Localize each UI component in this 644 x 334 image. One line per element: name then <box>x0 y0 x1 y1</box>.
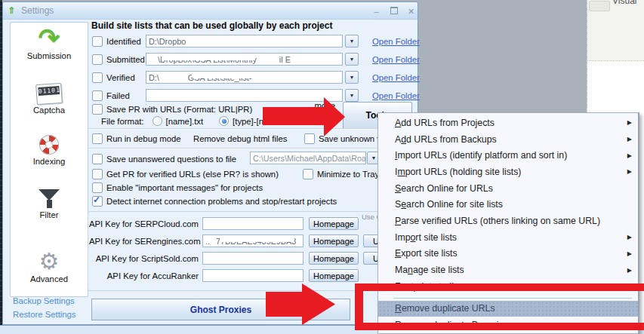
annotation-arrow-menu-body <box>266 292 304 317</box>
file-format-label: File format: <box>101 117 144 126</box>
api-value: 77BDEAE9435E9BA3 <box>216 237 296 246</box>
submitted-dropdown-button[interactable]: ▼ <box>345 53 359 66</box>
getpr-checkbox[interactable] <box>92 169 103 179</box>
sidebar-item-advanced[interactable]: ⚙ Advanced <box>11 249 88 283</box>
getpr-label: Get PR for verified URLs (else PR? is sh… <box>106 170 279 179</box>
open-folder-link-identified[interactable]: Open Folder <box>372 37 420 46</box>
path-fragment: il E <box>279 55 291 64</box>
enable-messages-row: Enable "important messages" for projects <box>92 182 263 193</box>
api-label-serengines: API Key for SERengines.com <box>89 237 199 246</box>
menu-item-label: Import URLs (identify platform and sort … <box>395 150 567 161</box>
submission-arrow-icon: ↷ <box>39 26 60 49</box>
submenu-arrow-icon: ▶ <box>627 234 632 241</box>
verified-dropdown-button[interactable]: ▼ <box>345 71 359 84</box>
site-list-row-submitted: Submitted <box>92 53 145 66</box>
submitted-label: Submitted <box>106 55 145 64</box>
path-fragment: D:\ <box>149 73 159 82</box>
menu-item-import-urls-identify-platform-and-sort-in[interactable]: Import URLs (identify platform and sort … <box>378 147 638 164</box>
remove-debug-files-label[interactable]: Remove debug html files <box>193 134 287 143</box>
identified-checkbox[interactable] <box>92 36 103 47</box>
submenu-arrow-icon: ▶ <box>627 250 632 257</box>
path-fragment: \DropBox\GSA List\Monthly <box>158 55 257 64</box>
submitted-path-field[interactable]: \DropBox\GSA List\Monthly il E <box>146 53 343 66</box>
file-format-radio-name[interactable] <box>153 116 162 126</box>
menu-item-label: Remove duplicate URLs <box>395 303 495 314</box>
verified-label: Verified <box>106 73 135 82</box>
api-field-serengines[interactable]: .. 77BDEAE9435E9BA3 <box>202 234 304 247</box>
api-field-accuranker[interactable] <box>202 269 304 282</box>
menu-item-parse-verified-urls-others-linking-on-same-url[interactable]: Parse verified URLs (others linking on s… <box>378 213 638 229</box>
background-panel-header: Visual <box>587 0 644 61</box>
file-format-radio-type-name[interactable] <box>219 116 229 126</box>
api-field-scriptsold[interactable] <box>202 252 304 265</box>
enable-messages-checkbox[interactable] <box>92 182 103 193</box>
section-heading: Build site lists that can be used global… <box>91 20 332 31</box>
homepage-button-serengines[interactable]: Homepage <box>309 234 359 247</box>
menu-item-label: Add URLs from Backups <box>395 134 497 145</box>
sidebar-item-filter[interactable]: Filter <box>11 186 88 219</box>
getpr-row: Get PR for verified URLs (else PR? is sh… <box>92 168 279 179</box>
failed-path-field[interactable] <box>146 89 343 102</box>
save-pr-checkbox[interactable] <box>92 104 103 115</box>
sidebar-item-label: Captcha <box>11 106 88 115</box>
save-unknown-label: Save unknown va <box>319 134 386 143</box>
failed-dropdown-button[interactable]: ▼ <box>345 89 359 102</box>
sidebar-item-label: Filter <box>11 210 88 219</box>
sidebar-item-indexing[interactable]: Indexing <box>11 133 88 166</box>
restore-settings-link[interactable]: Restore Settings <box>13 310 76 319</box>
menu-item-label: Parse verified URLs (others linking on s… <box>395 216 600 226</box>
open-folder-link-submitted[interactable]: Open Folder <box>372 55 420 64</box>
verified-path-field[interactable]: D:\ GSA List\site_list- <box>146 71 343 84</box>
homepage-button-scriptsold[interactable]: Homepage <box>309 252 359 265</box>
api-field-serpcloud[interactable] <box>202 217 304 230</box>
menu-item-import-site-lists[interactable]: Import site lists▶ <box>378 229 638 246</box>
separator <box>88 148 416 149</box>
funnel-icon <box>39 189 60 208</box>
homepage-button-accuranker[interactable]: Homepage <box>309 269 359 282</box>
unanswered-path-field[interactable]: C:\Users\Michael\AppData\Roar <box>250 152 366 164</box>
verified-checkbox[interactable] <box>92 72 103 83</box>
window-title: Settings <box>21 5 54 16</box>
menu-item-export-site-lists[interactable]: Export site lists▶ <box>378 246 638 262</box>
maximize-button[interactable] <box>387 6 400 17</box>
tools-menu: Add URLs from Projects▶Add URLs from Bac… <box>377 112 639 334</box>
menu-item-manage-site-lists[interactable]: Manage site lists▶ <box>378 262 638 278</box>
unanswered-checkbox[interactable] <box>92 154 103 164</box>
submitted-checkbox[interactable] <box>92 54 103 65</box>
run-debug-checkbox[interactable] <box>92 133 103 144</box>
menu-item-add-urls-from-projects[interactable]: Add URLs from Projects▶ <box>378 115 638 131</box>
lifebuoy-icon <box>39 135 59 155</box>
title-bar[interactable]: ⇑ Settings – ✕ <box>3 2 418 20</box>
identified-path-field[interactable]: D:\Dropbo <box>146 35 343 47</box>
file-format-row: File format: [name].txt [type]-[na <box>101 115 268 127</box>
menu-item-search-online-for-urls[interactable]: Search Online for URLs <box>378 180 638 197</box>
menu-item-label: Add URLs from Projects <box>395 118 495 128</box>
open-folder-link-verified[interactable]: Open Folder <box>372 73 420 82</box>
api-label-scriptsold: API Key for ScriptSold.com <box>89 254 199 263</box>
run-debug-label: Run in debug mode <box>106 134 181 143</box>
menu-separator <box>393 298 632 299</box>
menu-item-label: Import URLs (holding site lists) <box>395 167 521 177</box>
annotation-highlight-box-bottom <box>355 323 644 330</box>
menu-item-remove-duplicate-urls[interactable]: Remove duplicate URLs <box>378 301 638 317</box>
failed-checkbox[interactable] <box>92 90 103 101</box>
minimize-tray-checkbox[interactable] <box>303 169 313 179</box>
menu-item-import-urls-holding-site-lists[interactable]: Import URLs (holding site lists)▶ <box>378 164 638 180</box>
submenu-arrow-icon: ▶ <box>627 267 632 274</box>
save-unknown-checkbox[interactable] <box>304 133 315 144</box>
menu-item-add-urls-from-backups[interactable]: Add URLs from Backups▶ <box>378 131 638 148</box>
panel-tab-fragment[interactable] <box>589 1 610 11</box>
sidebar-item-captcha[interactable]: 01101 Captcha <box>11 81 88 115</box>
menu-item-search-online-for-site-lists[interactable]: Search Online for site lists <box>378 196 638 213</box>
minimize-button[interactable]: – <box>370 6 383 17</box>
detect-connection-checkbox[interactable] <box>92 196 103 207</box>
site-list-row-failed: Failed <box>92 89 130 102</box>
sidebar-item-submission[interactable]: ↷ Submission <box>11 24 88 60</box>
homepage-button-serpcloud[interactable]: Homepage <box>309 217 359 230</box>
api-label-accuranker: API Key for AccuRanker <box>89 271 199 280</box>
open-folder-link-failed[interactable]: Open Folder <box>372 91 420 100</box>
detect-connection-row: Detect internet connection problems and … <box>92 195 337 207</box>
close-button[interactable]: ✕ <box>405 6 418 17</box>
identified-dropdown-button[interactable]: ▼ <box>345 35 359 47</box>
backup-settings-link[interactable]: Backup Settings <box>13 296 75 305</box>
